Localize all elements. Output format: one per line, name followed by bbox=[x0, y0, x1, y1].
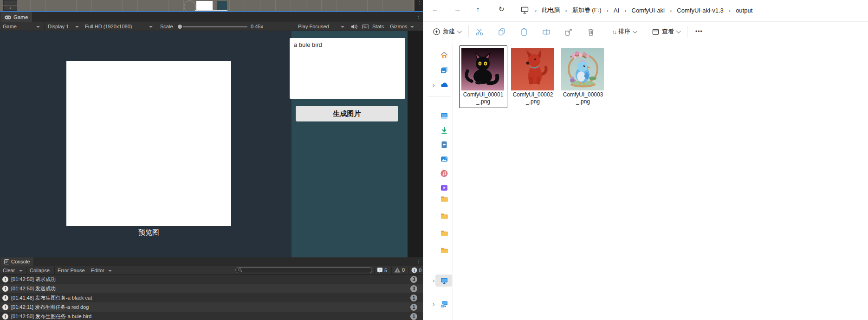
game-panel-menu-icon[interactable]: ⋮ bbox=[416, 14, 421, 19]
file-name[interactable]: ComfyUI_00001 _.png bbox=[459, 91, 508, 105]
warning-filter-button[interactable]: ! 0 bbox=[394, 267, 405, 273]
log-count-badge: 1 bbox=[410, 304, 417, 311]
sidebar-item-folder[interactable] bbox=[440, 246, 448, 255]
log-info-icon: ! bbox=[2, 295, 8, 301]
share-icon[interactable] bbox=[564, 28, 573, 36]
sidebar-item-music[interactable] bbox=[440, 169, 448, 178]
breadcrumb-separator: › bbox=[624, 7, 626, 14]
breadcrumb-separator: › bbox=[565, 7, 567, 14]
clear-button[interactable]: Clear bbox=[3, 268, 15, 273]
kebab-menu-icon[interactable]: ⋮ bbox=[417, 1, 422, 6]
rename-icon[interactable] bbox=[542, 28, 551, 36]
tab-game[interactable]: Game bbox=[0, 12, 32, 22]
keyboard-icon[interactable] bbox=[362, 25, 369, 29]
back-button[interactable]: ← bbox=[432, 5, 439, 13]
file-name[interactable]: ComfyUI_00002 _.png bbox=[508, 91, 557, 105]
info-filter-button[interactable]: ! 5 bbox=[377, 267, 387, 273]
preview-image-placeholder bbox=[66, 61, 231, 226]
sidebar-item-downloads[interactable] bbox=[440, 126, 448, 134]
log-row[interactable]: ! [01:42:50] 发送成功 3 bbox=[0, 284, 423, 293]
breadcrumb-item[interactable]: 新加卷 (F:) bbox=[572, 6, 602, 14]
info-icon: ! bbox=[377, 267, 383, 273]
delete-icon[interactable] bbox=[587, 28, 595, 36]
log-count-badge: 3 bbox=[410, 276, 417, 283]
explorer-toolbar: 新建 ↑↓ 排序 查看 ••• bbox=[423, 21, 868, 41]
chevron-down-icon bbox=[457, 29, 462, 33]
sidebar-item-this-pc[interactable] bbox=[440, 276, 448, 285]
sidebar-item-network[interactable] bbox=[440, 300, 448, 308]
prompt-input[interactable]: a bule bird bbox=[290, 38, 405, 99]
resolution-dropdown[interactable]: Full HD (1920x1080) bbox=[85, 24, 132, 29]
forward-button[interactable]: → bbox=[454, 5, 461, 13]
new-button[interactable]: 新建 bbox=[433, 27, 460, 36]
chevron-down-icon[interactable] bbox=[19, 270, 23, 272]
breadcrumb-item[interactable]: output bbox=[736, 7, 752, 14]
error-pause-toggle[interactable]: Error Pause bbox=[58, 268, 85, 273]
sidebar-item-pictures[interactable] bbox=[440, 155, 448, 163]
sidebar-splitter[interactable] bbox=[452, 43, 453, 320]
sidebar-divider bbox=[428, 96, 451, 96]
error-filter-button[interactable]: ! 0 bbox=[411, 267, 421, 273]
log-row[interactable]: ! [01:42:50] 发布生图任务-a bule bird 1 bbox=[0, 312, 423, 320]
expand-chevron-icon[interactable]: › bbox=[433, 301, 434, 307]
tab-console[interactable]: Console bbox=[0, 257, 33, 266]
collapse-toggle[interactable]: Collapse bbox=[30, 268, 50, 273]
mute-audio-icon[interactable] bbox=[351, 24, 358, 29]
copy-icon[interactable] bbox=[498, 28, 506, 36]
expand-chevron-icon[interactable]: › bbox=[433, 82, 434, 89]
chevron-down-icon bbox=[410, 26, 414, 28]
breadcrumb-item[interactable]: AI bbox=[614, 7, 619, 14]
paste-icon[interactable] bbox=[520, 28, 528, 36]
console-search-input[interactable] bbox=[235, 267, 372, 273]
sort-button[interactable]: ↑↓ 排序 bbox=[612, 27, 636, 36]
move-tool-button[interactable]: + bbox=[3, 6, 17, 11]
expand-chevron-icon[interactable]: › bbox=[433, 277, 434, 284]
file-thumbnail-bird[interactable] bbox=[561, 48, 604, 90]
sidebar-item-folder[interactable] bbox=[440, 229, 448, 237]
sidebar-item-folder[interactable] bbox=[440, 195, 448, 203]
breadcrumb-item[interactable]: 此电脑 bbox=[542, 6, 560, 14]
sidebar-item-desktop[interactable] bbox=[440, 112, 448, 120]
sidebar-item-gallery[interactable] bbox=[440, 66, 448, 74]
cut-icon[interactable] bbox=[475, 28, 484, 36]
editor-dropdown[interactable]: Editor bbox=[91, 268, 104, 273]
game-view: 预览图 a bule bird 生成图片 bbox=[0, 31, 423, 257]
sidebar-item-documents[interactable] bbox=[440, 141, 448, 149]
log-row[interactable]: ! [01:42:50] 请求成功 3 bbox=[0, 275, 423, 284]
scale-slider-knob[interactable] bbox=[178, 25, 182, 29]
generate-image-button[interactable]: 生成图片 bbox=[296, 106, 398, 122]
gamepad-icon bbox=[5, 15, 11, 19]
search-icon bbox=[238, 268, 242, 272]
log-text: [01:42:50] 发送成功 bbox=[11, 285, 56, 292]
log-row[interactable]: ! [01:42:11] 发布生图任务-a red dog 1 bbox=[0, 302, 423, 312]
display-dropdown[interactable]: Display 1 bbox=[48, 24, 69, 29]
gizmos-dropdown[interactable]: Gizmos bbox=[390, 24, 407, 29]
sidebar-item-home[interactable] bbox=[440, 51, 448, 59]
file-name[interactable]: ComfyUI_00003 _.png bbox=[558, 91, 608, 105]
game-mode-dropdown[interactable]: Game bbox=[3, 24, 17, 29]
breadcrumb-separator: › bbox=[729, 7, 731, 14]
play-focus-dropdown[interactable]: Play Focused bbox=[298, 24, 329, 29]
file-name-line2: _.png bbox=[508, 98, 557, 105]
scale-value: 0.45x bbox=[251, 24, 263, 29]
view-button[interactable]: 查看 bbox=[652, 27, 680, 36]
sort-icon: ↑↓ bbox=[612, 28, 616, 35]
more-options-button[interactable]: ••• bbox=[695, 28, 703, 35]
scale-slider-track[interactable] bbox=[183, 26, 247, 27]
sidebar-item-videos[interactable] bbox=[440, 184, 448, 192]
up-button[interactable]: ↑ bbox=[476, 5, 480, 13]
stats-button[interactable]: Stats bbox=[372, 24, 384, 29]
console-panel-menu-icon[interactable]: ⋮ bbox=[416, 259, 421, 264]
hand-tool-button[interactable] bbox=[3, 0, 17, 5]
breadcrumb-item[interactable]: ComfyUI-aki-v1.3 bbox=[677, 7, 723, 14]
refresh-button[interactable]: ↻ bbox=[499, 5, 505, 13]
tab-game-label: Game bbox=[13, 14, 28, 20]
sidebar-item-onedrive[interactable] bbox=[440, 81, 448, 90]
breadcrumb-item[interactable]: ComfyUI-aki bbox=[632, 7, 665, 14]
sidebar-item-folder[interactable] bbox=[440, 212, 448, 220]
file-thumbnail-cat[interactable] bbox=[461, 48, 504, 90]
log-text: [01:42:50] 发布生图任务-a bule bird bbox=[11, 313, 91, 320]
file-thumbnail-dog[interactable] bbox=[511, 48, 554, 90]
file-explorer-window: ← → ↑ ↻ › 此电脑 › 新加卷 (F:) › AI › ComfyUI-… bbox=[423, 0, 868, 320]
log-row[interactable]: ! [01:41:48] 发布生图任务-a black cat 1 bbox=[0, 293, 423, 302]
